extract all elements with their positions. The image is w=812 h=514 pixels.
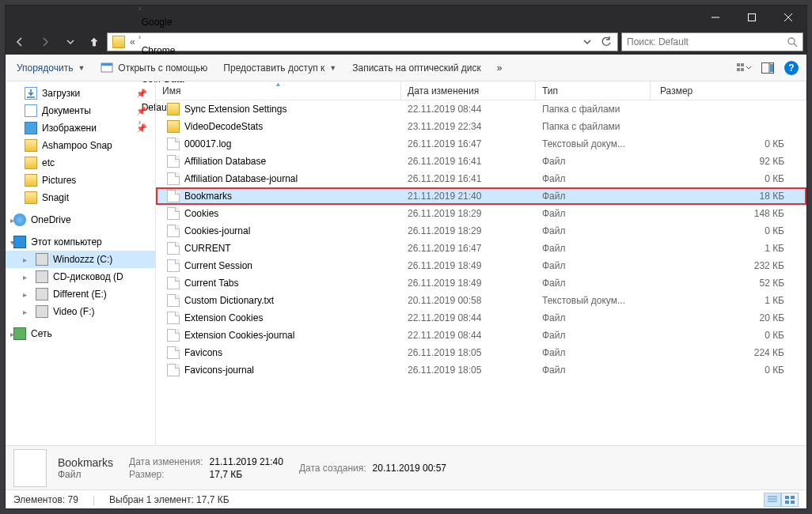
burn-button[interactable]: Записать на оптический диск [347, 59, 486, 77]
tree-drive-f[interactable]: ▸Video (F:) [6, 303, 155, 320]
tree-pictures[interactable]: Pictures [6, 172, 155, 189]
file-name: Cookies-journal [184, 225, 250, 236]
back-button[interactable] [9, 32, 31, 51]
tree-drive-e[interactable]: ▸Different (E:) [6, 285, 155, 303]
file-row[interactable]: Affiliation Database-journal26.11.2019 1… [156, 170, 806, 187]
file-date: 26.11.2019 18:49 [401, 278, 536, 289]
help-button[interactable]: ? [783, 59, 800, 77]
file-name: 000017.log [184, 138, 231, 149]
file-row[interactable]: Extension Cookies-journal22.11.2019 08:4… [156, 327, 806, 344]
tree-onedrive[interactable]: ▸OneDrive [6, 211, 155, 229]
file-row[interactable]: Custom Dictionary.txt20.11.2019 00:58Тек… [156, 292, 806, 309]
open-with-button[interactable]: Открыть с помощью [96, 59, 212, 77]
file-name: Sync Extension Settings [184, 104, 286, 115]
col-type[interactable]: Тип [536, 81, 651, 100]
details-filetype: Файл [58, 469, 113, 480]
toolbar-overflow[interactable]: » [492, 59, 507, 77]
svg-rect-11 [741, 68, 744, 71]
disk-icon [36, 253, 48, 266]
crumb-overflow[interactable]: « [128, 36, 137, 47]
file-icon [167, 242, 180, 255]
svg-rect-9 [741, 63, 744, 66]
file-type: Файл [536, 347, 651, 358]
search-input[interactable] [627, 36, 787, 47]
details-size-label: Размер: [129, 469, 203, 480]
file-row[interactable]: 000017.log26.11.2019 16:47Текстовый доку… [156, 135, 806, 153]
file-row[interactable]: Extension Cookies22.11.2019 08:44Файл20 … [156, 309, 806, 327]
file-list[interactable]: Sync Extension Settings22.11.2019 08:44П… [156, 100, 806, 445]
up-button[interactable] [85, 32, 104, 51]
tree-images[interactable]: Изображени📌 [6, 119, 155, 137]
tree-network[interactable]: ▸Сеть [6, 325, 155, 342]
file-type: Файл [536, 243, 651, 254]
tree-downloads[interactable]: Загрузки📌 [6, 85, 155, 102]
expand-icon[interactable]: ▸ [23, 255, 31, 264]
tree-ashampoo[interactable]: Ashampoo Snap [6, 137, 155, 154]
file-row[interactable]: Current Session26.11.2019 18:49Файл232 К… [156, 257, 806, 274]
tree-etc[interactable]: etc [6, 154, 155, 172]
file-name: Custom Dictionary.txt [184, 295, 274, 306]
file-size: 232 КБ [651, 260, 806, 271]
file-date: 20.11.2019 00:58 [401, 295, 536, 306]
col-size[interactable]: Размер [651, 81, 806, 100]
tree-drive-d[interactable]: ▸CD-дисковод (D [6, 268, 155, 285]
organize-menu[interactable]: Упорядочить▼ [12, 59, 89, 77]
tree-thispc[interactable]: ▾Этот компьютер [6, 233, 155, 251]
file-row[interactable]: VideoDecodeStats23.11.2019 22:34Папка с … [156, 118, 806, 135]
recent-dropdown[interactable] [59, 32, 82, 51]
collapse-icon[interactable]: ▾ [10, 238, 18, 247]
file-type: Файл [536, 312, 651, 323]
folder-icon [112, 36, 125, 48]
view-details-button[interactable] [764, 493, 781, 507]
details-pane: Bookmarks Файл Дата изменения: 21.11.201… [6, 445, 806, 489]
file-size: 52 КБ [651, 278, 806, 289]
chevron-right-icon[interactable]: › [137, 32, 142, 41]
address-dropdown[interactable] [578, 33, 597, 51]
expand-icon[interactable]: ▸ [10, 330, 18, 338]
address-bar[interactable]: « AppData›Local›Google›Chrome›User Data›… [107, 32, 618, 51]
breadcrumb-segment[interactable]: Google [137, 13, 189, 31]
view-menu[interactable] [735, 59, 753, 77]
file-date: 23.11.2019 22:34 [401, 121, 536, 132]
tree-drive-c[interactable]: ▸Windozzz (C:) [6, 251, 155, 268]
file-row[interactable]: Favicons26.11.2019 18:05Файл224 КБ [156, 344, 806, 361]
breadcrumb-segment[interactable]: Local [137, 0, 189, 2]
file-date: 26.11.2019 16:41 [401, 173, 536, 184]
details-created: 20.11.2019 00:57 [373, 463, 446, 474]
cd-icon [36, 270, 48, 283]
expand-icon[interactable]: ▸ [23, 308, 31, 316]
file-icon [167, 259, 180, 272]
file-row[interactable]: Cookies26.11.2019 18:29Файл148 КБ [156, 205, 806, 222]
file-row[interactable]: Current Tabs26.11.2019 18:49Файл52 КБ [156, 274, 806, 292]
share-menu[interactable]: Предоставить доступ к▼ [218, 59, 341, 77]
expand-icon[interactable]: ▸ [10, 216, 18, 225]
file-row[interactable]: Affiliation Database26.11.2019 16:41Файл… [156, 153, 806, 170]
file-size: 0 КБ [651, 173, 806, 184]
search-icon [787, 36, 798, 47]
downloads-icon [25, 87, 37, 100]
col-date[interactable]: Дата изменения [401, 81, 536, 100]
nav-tree[interactable]: Загрузки📌 Документы📌 Изображени📌 Ashampo… [6, 81, 156, 445]
view-icons-button[interactable] [781, 493, 799, 507]
file-type: Текстовый докум... [536, 138, 651, 149]
expand-icon[interactable]: ▸ [23, 273, 31, 282]
file-row[interactable]: CURRENT26.11.2019 16:47Файл1 КБ [156, 240, 806, 257]
refresh-button[interactable] [597, 33, 616, 51]
file-row[interactable]: Cookies-journal26.11.2019 18:29Файл0 КБ [156, 222, 806, 240]
file-icon [167, 190, 180, 202]
file-type: Файл [536, 365, 651, 376]
file-row[interactable]: Bookmarks21.11.2019 21:40Файл18 КБ [156, 187, 806, 205]
chevron-right-icon[interactable]: › [137, 4, 142, 13]
column-headers: Имя▲ Дата изменения Тип Размер [156, 81, 806, 100]
search-box[interactable] [621, 32, 803, 51]
minimize-button[interactable] [697, 6, 734, 29]
file-row[interactable]: Favicons-journal26.11.2019 18:05Файл0 КБ [156, 361, 806, 379]
preview-pane-button[interactable] [759, 59, 776, 77]
col-name[interactable]: Имя▲ [156, 81, 401, 100]
maximize-button[interactable] [734, 6, 770, 29]
expand-icon[interactable]: ▸ [23, 290, 31, 299]
file-row[interactable]: Sync Extension Settings22.11.2019 08:44П… [156, 100, 806, 118]
tree-snagit[interactable]: Snagit [6, 189, 155, 206]
tree-documents[interactable]: Документы📌 [6, 102, 155, 119]
close-button[interactable] [770, 6, 806, 29]
